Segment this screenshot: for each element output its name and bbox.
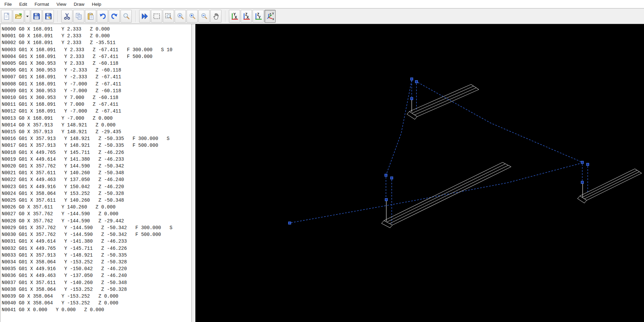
zoom-window-button[interactable] <box>163 10 174 23</box>
svg-text:Z: Z <box>269 12 271 16</box>
rapid-move-path <box>387 80 412 174</box>
new-file-icon <box>3 12 11 20</box>
gcode-line: N0016 G01 X 357.913 Y 148.921 Z -50.335 … <box>2 135 191 142</box>
menu-draw[interactable]: Draw <box>70 1 88 8</box>
toolbar-separator <box>135 11 136 22</box>
save-floppy-icon <box>33 12 41 20</box>
path-node-marker <box>288 222 291 224</box>
pan-hand-icon <box>212 12 220 20</box>
menu-view[interactable]: View <box>53 1 70 8</box>
zoom-all-icon: A <box>176 12 185 20</box>
gcode-line: N0008 G01 X 168.091 Y -7.000 Z -67.411 <box>2 81 191 87</box>
gcode-line: N0020 G01 X 357.762 Y 144.590 Z -50.342 <box>2 163 191 169</box>
svg-text:x: x <box>272 17 274 20</box>
gcode-line: N0031 G01 X 449.614 Y -141.380 Z -46.233 <box>2 238 191 245</box>
machined-bar-wireframe <box>417 89 479 117</box>
svg-text:A: A <box>178 14 181 17</box>
gcode-line: N0009 G01 X 360.953 Y -7.000 Z -60.118 <box>2 87 191 94</box>
gcode-line: N0012 G01 X 168.091 Y -7.000 Z -67.411 <box>2 108 191 115</box>
view-yx-button[interactable]: YX <box>229 10 240 23</box>
view-zx-button[interactable]: ZX <box>241 10 252 23</box>
zoom-out-button[interactable] <box>198 10 210 23</box>
toolbar: AYXZXZYZYx <box>0 8 644 24</box>
magnifier-icon <box>122 12 130 20</box>
gcode-line: N0038 G01 X 358.064 Y -153.252 Z -50.328 <box>2 286 191 293</box>
toolpath-3d-scene <box>195 24 644 322</box>
path-node-marker <box>415 81 417 83</box>
machined-bar-wireframe <box>584 172 639 199</box>
undo-arrow-icon <box>99 12 107 20</box>
gcode-line: N0025 G01 X 357.611 Y 140.260 Z -50.348 <box>2 197 191 204</box>
paste-button[interactable] <box>85 10 96 23</box>
gcode-line: N0007 G01 X 168.091 Y -2.333 Z -67.411 <box>2 74 191 80</box>
path-node-marker <box>581 161 583 164</box>
main-content: N0000 G0 X 168.091 Y 2.333 Z 0.000N0001 … <box>0 24 644 322</box>
gcode-line: N0040 G0 X 358.064 Y -153.252 Z 0.000 <box>2 300 191 306</box>
open-file-button[interactable] <box>13 10 24 23</box>
gcode-line: N0002 G0 X 168.091 Y 2.333 Z -35.511 <box>2 39 191 46</box>
path-node-marker <box>586 163 589 166</box>
scissors-icon <box>63 12 71 20</box>
save-button[interactable] <box>31 10 42 23</box>
new-file-button[interactable] <box>1 10 12 23</box>
gcode-line: N0005 G01 X 360.953 Y 2.333 Z -60.118 <box>2 60 191 67</box>
find-button[interactable] <box>121 10 132 23</box>
machined-bar-wireframe <box>582 170 637 197</box>
gcode-line: N0021 G01 X 357.611 Y 140.260 Z -50.348 <box>2 169 191 176</box>
gcode-line: N0024 G01 X 358.064 Y 153.252 Z -50.328 <box>2 190 191 197</box>
path-node-marker <box>410 78 413 80</box>
open-dropdown-button[interactable] <box>25 10 30 23</box>
redo-button[interactable] <box>109 10 120 23</box>
redo-arrow-icon <box>110 12 119 20</box>
undo-button[interactable] <box>97 10 108 23</box>
gcode-editor[interactable]: N0000 G0 X 168.091 Y 2.333 Z 0.000N0001 … <box>0 24 192 322</box>
gcode-line: N0032 G01 X 449.765 Y -145.711 Z -46.226 <box>2 245 191 252</box>
gcode-line: N0034 G01 X 358.064 Y -153.252 Z -50.328 <box>2 259 191 265</box>
cut-button[interactable] <box>61 10 72 23</box>
gcode-line: N0036 G01 X 449.463 Y -137.050 Z -46.240 <box>2 272 191 279</box>
dashed-rect-icon <box>153 12 161 20</box>
toolbar-separator <box>58 11 58 22</box>
axis-3d-icon: ZYx <box>266 12 274 20</box>
path-node-marker <box>410 98 413 100</box>
machined-bar-wireframe <box>587 173 642 200</box>
path-node-marker <box>581 181 583 184</box>
gcode-line: N0013 G0 X 168.091 Y -7.000 Z 0.000 <box>2 115 191 122</box>
zoom-all-button[interactable]: A <box>175 10 186 23</box>
rapid-move-path <box>291 163 580 223</box>
view-3d-button[interactable]: ZYx <box>264 10 276 23</box>
gcode-line: N0037 G01 X 357.611 Y -140.260 Z -50.348 <box>2 279 191 286</box>
path-node-marker <box>390 177 393 179</box>
machined-bar-wireframe <box>392 167 511 225</box>
gcode-line: N0023 G01 X 449.916 Y 150.042 Z -46.220 <box>2 183 191 190</box>
zoom-out-icon <box>200 12 208 20</box>
menu-edit[interactable]: Edit <box>16 1 31 8</box>
machined-bar-wireframe <box>409 84 471 112</box>
machined-bar-wireframe <box>390 165 509 224</box>
toolbar-separator <box>225 11 226 22</box>
gcode-line: N0004 G01 X 168.091 Y 2.333 Z -67.411 F … <box>2 53 191 60</box>
svg-text:Y: Y <box>258 15 261 19</box>
save-as-floppy-icon <box>44 12 52 20</box>
gcode-line: N0011 G01 X 168.091 Y 7.000 Z -67.411 <box>2 101 191 108</box>
save-as-button[interactable] <box>43 10 54 23</box>
select-region-button[interactable] <box>151 10 162 23</box>
view-zy-button[interactable]: ZY <box>253 10 264 23</box>
axis-zx-icon: ZX <box>242 12 251 20</box>
machined-bar-wireframe <box>580 169 635 196</box>
backplot-viewport[interactable] <box>195 24 644 322</box>
fast-forward-icon <box>141 12 149 20</box>
copy-pages-icon <box>75 12 83 20</box>
gcode-line: N0029 G01 X 357.762 Y -144.590 Z -50.342… <box>2 224 191 231</box>
pan-button[interactable] <box>210 10 221 23</box>
panel-divider[interactable] <box>192 24 195 322</box>
menu-help[interactable]: Help <box>88 1 105 8</box>
gcode-line: N0033 G01 X 357.913 Y -148.921 Z -50.335 <box>2 252 191 259</box>
backplot-run-button[interactable] <box>139 10 150 23</box>
gcode-line: N0014 G0 X 357.913 Y 148.921 Z 0.000 <box>2 122 191 128</box>
zoom-in-button[interactable] <box>187 10 198 23</box>
gcode-line: N0039 G0 X 358.064 Y -153.252 Z 0.000 <box>2 293 191 300</box>
copy-button[interactable] <box>73 10 84 23</box>
menu-file[interactable]: File <box>1 1 16 8</box>
menu-format[interactable]: Format <box>31 1 53 8</box>
